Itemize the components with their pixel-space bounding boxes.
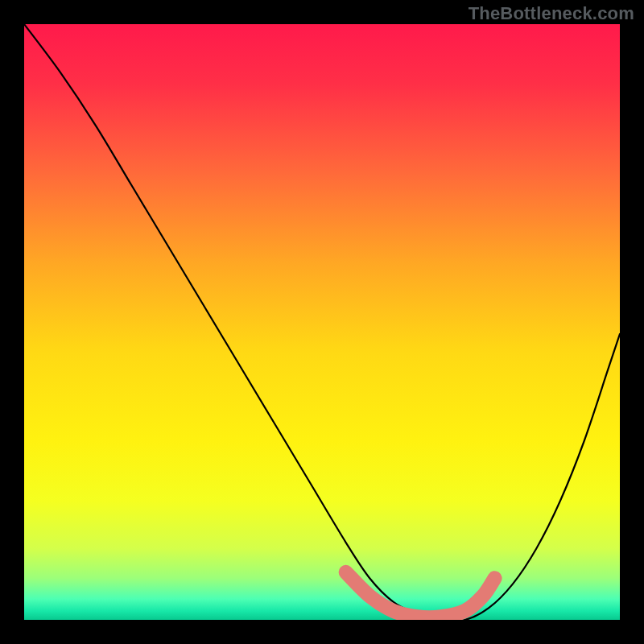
chart-frame: TheBottleneck.com [0, 0, 644, 644]
plot-area [24, 24, 620, 620]
watermark-text: TheBottleneck.com [469, 3, 634, 24]
gradient-background [24, 24, 620, 620]
chart-svg [24, 24, 620, 620]
